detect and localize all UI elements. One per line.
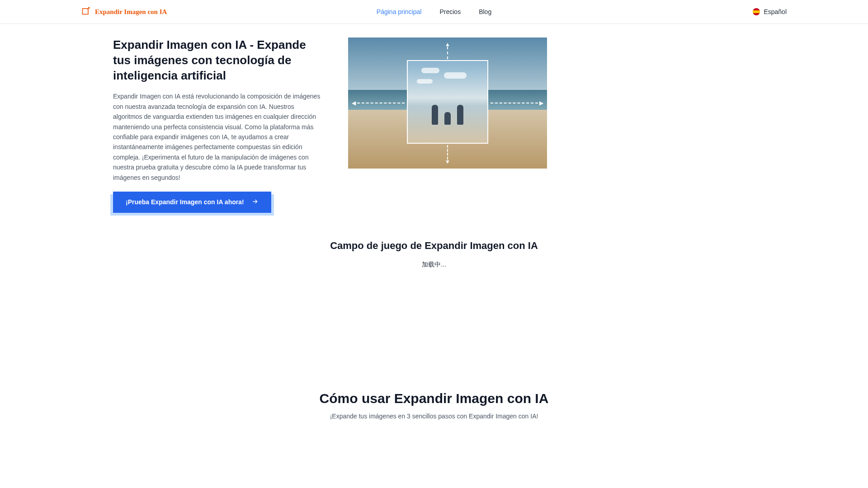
howto-subtitle: ¡Expande tus imágenes en 3 sencillos pas…	[0, 413, 868, 420]
site-header: Expandir Imagen con IA Página principal …	[0, 0, 868, 24]
arrow-left-icon: ◀	[352, 100, 356, 106]
hero-content: Expandir Imagen con IA - Expande tus imá…	[113, 38, 321, 213]
nav-home[interactable]: Página principal	[377, 8, 422, 15]
playground-section: Campo de juego de Expandir Imagen con IA…	[0, 231, 868, 273]
cta-label: ¡Prueba Expandir Imagen con IA ahora!	[126, 198, 244, 206]
demo-image: ▲ ▼ ◀ ▶	[348, 38, 547, 169]
hero-section: Expandir Imagen con IA - Expande tus imá…	[0, 24, 868, 231]
flag-spain-icon	[753, 8, 760, 15]
cta-button[interactable]: ¡Prueba Expandir Imagen con IA ahora!	[113, 192, 271, 213]
language-selector[interactable]: Español	[753, 8, 787, 15]
expand-icon	[81, 6, 90, 17]
arrow-down-icon: ▼	[445, 159, 450, 165]
arrow-right-icon	[251, 198, 259, 206]
arrow-up-icon: ▲	[445, 41, 450, 47]
hero-title: Expandir Imagen con IA - Expande tus imá…	[113, 38, 321, 83]
main-nav: Página principal Precios Blog	[377, 8, 491, 15]
hero-description: Expandir Imagen con IA está revolucionan…	[113, 91, 321, 183]
howto-title: Cómo usar Expandir Imagen con IA	[0, 391, 868, 406]
brand-logo[interactable]: Expandir Imagen con IA	[81, 6, 167, 17]
howto-section: Cómo usar Expandir Imagen con IA ¡Expand…	[0, 273, 868, 438]
playground-title: Campo de juego de Expandir Imagen con IA	[0, 240, 868, 252]
language-label: Español	[764, 8, 787, 15]
brand-name: Expandir Imagen con IA	[95, 8, 167, 16]
arrow-right-icon: ▶	[539, 100, 543, 106]
hero-image: ▲ ▼ ◀ ▶	[348, 38, 547, 169]
cta-wrapper: ¡Prueba Expandir Imagen con IA ahora!	[113, 192, 271, 213]
nav-pricing[interactable]: Precios	[439, 8, 461, 15]
demo-frame	[407, 60, 488, 144]
nav-blog[interactable]: Blog	[479, 8, 491, 15]
loading-text: 加载中...	[0, 261, 868, 269]
svg-rect-0	[83, 9, 89, 14]
